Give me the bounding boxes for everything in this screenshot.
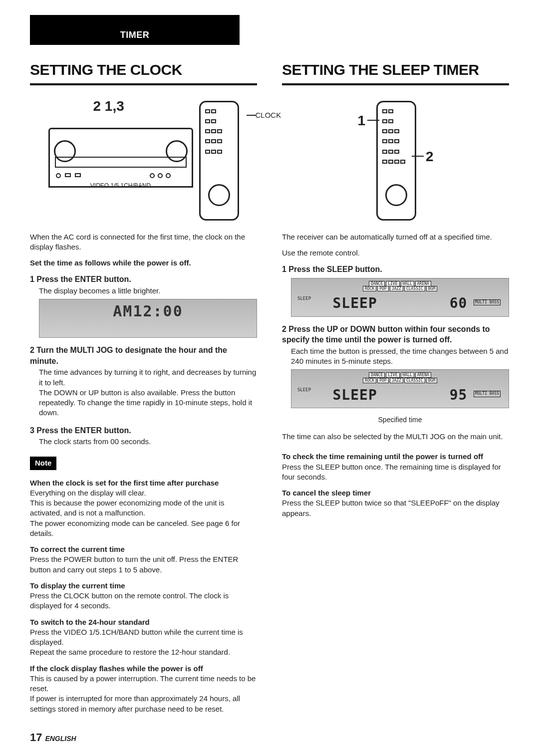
remote-illus: 1 2: [376, 101, 416, 221]
rule: [30, 83, 257, 85]
col-clock: SETTING THE CLOCK 2 1,3 VIDEO 1/5.1CH/BA…: [30, 60, 257, 720]
title-clock: SETTING THE CLOCK: [30, 60, 257, 80]
note-badge: Note: [30, 457, 56, 470]
note-heading: To correct the current time: [30, 544, 257, 554]
note-body: Press the SLEEP button twice so that "SL…: [282, 498, 509, 518]
receiver-illus: [48, 128, 193, 188]
intro-bold: Set the time as follows while the power …: [30, 258, 257, 268]
lcd-clock: AM12:00: [39, 299, 257, 338]
step-3: 3 Press the ENTER button. The clock star…: [30, 425, 257, 447]
note-body: Press the VIDEO 1/5.1CH/BAND button whil…: [30, 627, 257, 658]
diagram-callouts: 2 1,3: [93, 97, 124, 116]
col-sleep: SETTING THE SLEEP TIMER 1 2 The receiver…: [282, 60, 509, 720]
intro-text: When the AC cord is connected for the fi…: [30, 232, 257, 252]
note-body: Press the SLEEP button once. The remaini…: [282, 462, 509, 483]
note-body: This is caused by a power interruption. …: [30, 674, 257, 714]
callout-2: 2: [412, 147, 434, 166]
note-heading: To check the time remaining until the po…: [282, 452, 509, 462]
sleep-intro1: The receiver can be automatically turned…: [282, 232, 509, 242]
note-body: Press the CLOCK button on the remote con…: [30, 591, 257, 611]
step-1: 1 Press the ENTER button. The display be…: [30, 274, 257, 338]
rule: [282, 83, 509, 85]
lcd-sleep-95: SLEEP DANCELIVEHALLARENAROCKPOPJAZZCLASS…: [291, 369, 509, 408]
note-heading: If the clock display flashes while the p…: [30, 664, 257, 674]
note-heading: To switch to the 24-hour standard: [30, 617, 257, 627]
callout-1: 1: [358, 111, 380, 130]
note-heading: To display the current time: [30, 581, 257, 591]
page-footer: 17 ENGLISH: [30, 730, 76, 745]
note-heading: When the clock is set for the first time…: [30, 478, 257, 488]
diagram-clock: 2 1,3 VIDEO 1/5.1CH/BAND: [30, 98, 257, 223]
note-body: Everything on the display will clear. Th…: [30, 488, 257, 538]
sleep-intro2: Use the remote control.: [282, 248, 509, 258]
note-body: Press the POWER button to turn the unit …: [30, 554, 257, 575]
clock-button-label: CLOCK: [247, 110, 281, 120]
sleep-step-1: 1 Press the SLEEP button. SLEEP DANCELIV…: [282, 264, 509, 317]
caption-specified-time: Specified time: [291, 415, 509, 425]
sleep-step-2: 2 Press the UP or DOWN button within fou…: [282, 324, 509, 425]
lcd-sleep-60: SLEEP DANCELIVEHALLARENAROCKPOPJAZZCLASS…: [291, 278, 509, 317]
step-2: 2 Turn the MULTI JOG to designate the ho…: [30, 345, 257, 418]
diagram-sleep: 1 2: [282, 98, 509, 223]
remote-illus: CLOCK: [199, 101, 239, 221]
sleep-post-text: The time can also be selected by the MUL…: [282, 432, 509, 442]
note-heading: To cancel the sleep timer: [282, 488, 509, 498]
title-sleep: SETTING THE SLEEP TIMER: [282, 60, 509, 80]
section-tab: TIMER: [30, 15, 240, 45]
